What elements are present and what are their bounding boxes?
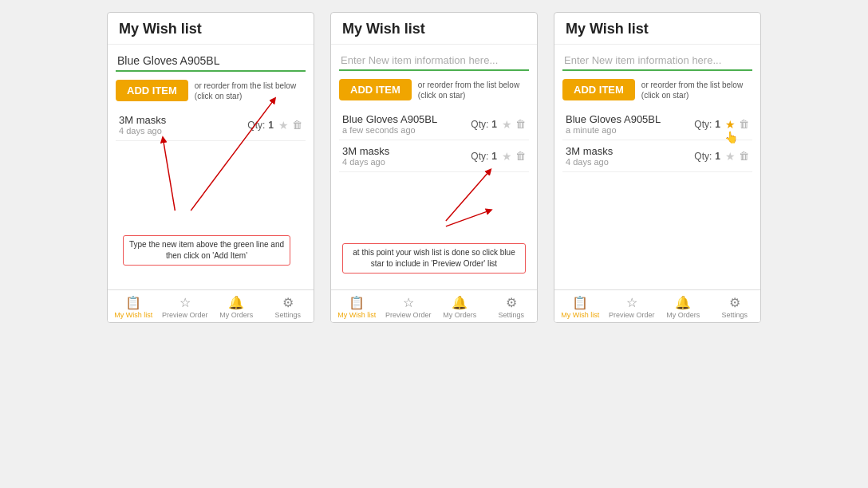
panel-2-body: ADD ITEM or reorder from the list below … (331, 45, 537, 289)
panel-2-reorder-text: or reorder from the list below (click on… (418, 80, 529, 100)
panel-2-add-row: ADD ITEM or reorder from the list below … (339, 79, 529, 100)
panel-2-footer-preview[interactable]: ☆ Preview Order (383, 293, 435, 321)
panel-2-item-0-star[interactable]: ★ (502, 118, 512, 131)
panel-3-title: My Wish list (566, 21, 749, 37)
panel-3-header: My Wish list (554, 13, 760, 45)
orders-icon-2: 🔔 (452, 295, 468, 310)
panel-3-footer-wishlist[interactable]: 📋 My Wish list (554, 293, 606, 321)
panel-2-footer-wishlist[interactable]: 📋 My Wish list (331, 293, 383, 321)
panel-2-item-1-qty-value: 1 (491, 151, 497, 162)
panel-3-item-0-time: a minute ago (566, 125, 694, 135)
panel-1-body: Blue Gloves A905BL ADD ITEM or reorder f… (108, 45, 314, 289)
panel-2-item-1-trash[interactable]: 🗑 (515, 150, 526, 162)
panel-3-add-button[interactable]: ADD ITEM (562, 79, 635, 100)
panel-1-item-0-star[interactable]: ★ (278, 119, 289, 132)
panel-1-footer: 📋 My Wish list ☆ Preview Order 🔔 My Orde… (108, 289, 314, 322)
panel-1-footer-wishlist[interactable]: 📋 My Wish list (108, 293, 160, 321)
panel-3-reorder-text: or reorder from the list below (click on… (641, 80, 752, 100)
svg-line-2 (446, 171, 490, 221)
panel-2-item-1-qty-label: Qty: (471, 151, 488, 162)
panel-1-reorder-text: or reorder from the list below (click on… (195, 81, 306, 101)
panel-2-item-1-time: 4 days ago (342, 157, 471, 167)
panel-1-title: My Wish list (119, 21, 302, 37)
panel-2-item-0-qty-label: Qty: (471, 119, 488, 130)
wishlist-icon: 📋 (125, 295, 141, 310)
panel-3-item-1-qty-value: 1 (715, 151, 720, 162)
settings-icon-3: ⚙ (729, 295, 740, 310)
panel-2-input[interactable] (339, 51, 529, 69)
wishlist-icon-2: 📋 (349, 295, 365, 310)
panel-2-header: My Wish list (331, 13, 537, 45)
panel-3-item-1: 3M masks 4 days ago Qty: 1 ★ 🗑 (562, 140, 752, 172)
panel-1-add-row: ADD ITEM or reorder from the list below … (116, 80, 306, 101)
panel-3-input-area (562, 51, 752, 71)
svg-line-3 (446, 211, 490, 226)
svg-line-1 (163, 140, 175, 211)
panel-2-footer-settings[interactable]: ⚙ Settings (486, 293, 538, 321)
panel-2-item-0-time: a few seconds ago (342, 125, 471, 135)
panel-1-item-0-name: 3M masks (119, 114, 247, 126)
panel-1-item-0-qty-value: 1 (268, 120, 274, 131)
panel-3-body: ADD ITEM or reorder from the list below … (554, 45, 760, 289)
panel-3-item-1-trash[interactable]: 🗑 (739, 150, 749, 162)
panel-1-item-0-trash[interactable]: 🗑 (292, 119, 302, 131)
panel-1-item-0: 3M masks 4 days ago Qty: 1 ★ 🗑 (116, 109, 306, 141)
panel-1-footer-settings[interactable]: ⚙ Settings (262, 293, 314, 321)
panel-2-item-0-trash[interactable]: 🗑 (515, 118, 526, 130)
panel-1-item-0-qty-label: Qty: (247, 120, 265, 131)
panel-3-footer: 📋 My Wish list ☆ Preview Order 🔔 My Orde… (554, 289, 760, 322)
panel-2-footer-orders[interactable]: 🔔 My Orders (434, 293, 486, 321)
panel-2: My Wish list ADD ITEM or reorder from th… (330, 12, 538, 323)
panel-3-item-0: Blue Gloves A905BL a minute ago Qty: 1 ★… (562, 108, 752, 140)
panel-1-input-filled[interactable]: Blue Gloves A905BL (116, 51, 306, 72)
panel-2-tooltip: at this point your wish list is done so … (342, 243, 526, 274)
wishlist-icon-3: 📋 (572, 295, 588, 310)
panel-2-item-1: 3M masks 4 days ago Qty: 1 ★ 🗑 (339, 140, 529, 172)
panel-2-item-0-name: Blue Gloves A905BL (342, 113, 471, 125)
panel-2-input-area (339, 51, 529, 71)
orders-icon-3: 🔔 (675, 295, 691, 310)
panel-3-item-0-qty-label: Qty: (694, 119, 712, 130)
panel-2-item-1-star[interactable]: ★ (502, 150, 512, 163)
panel-3-item-0-name: Blue Gloves A905BL (566, 113, 694, 125)
panel-2-footer: 📋 My Wish list ☆ Preview Order 🔔 My Orde… (331, 289, 537, 322)
panel-3-item-0-star[interactable]: ★ (725, 118, 736, 131)
settings-icon-2: ⚙ (506, 295, 517, 310)
panel-3-item-0-trash[interactable]: 🗑 (739, 118, 749, 130)
panel-2-item-1-name: 3M masks (342, 145, 471, 157)
panel-1-footer-orders[interactable]: 🔔 My Orders (211, 293, 262, 321)
preview-icon: ☆ (180, 295, 191, 310)
preview-icon-3: ☆ (626, 295, 637, 310)
orders-icon: 🔔 (228, 295, 244, 310)
panel-2-title: My Wish list (342, 21, 526, 37)
panel-1-tooltip: Type the new item above the green line a… (123, 235, 290, 266)
panel-3-item-1-name: 3M masks (566, 145, 694, 157)
panel-1: My Wish list Blue Gloves A905BL ADD ITEM… (107, 12, 314, 323)
panel-1-item-0-time: 4 days ago (119, 126, 247, 136)
preview-icon-2: ☆ (403, 295, 414, 310)
panel-3-item-1-star[interactable]: ★ (725, 150, 736, 163)
panel-3: My Wish list ADD ITEM or reorder from th… (554, 12, 761, 323)
panel-3-item-1-time: 4 days ago (566, 157, 694, 167)
panel-3-footer-preview[interactable]: ☆ Preview Order (606, 293, 658, 321)
panel-3-item-0-qty-value: 1 (715, 119, 720, 130)
panel-3-input[interactable] (562, 51, 752, 69)
panel-3-add-row: ADD ITEM or reorder from the list below … (562, 79, 752, 100)
panel-1-add-button[interactable]: ADD ITEM (116, 80, 188, 101)
panel-3-footer-settings[interactable]: ⚙ Settings (709, 293, 761, 321)
settings-icon: ⚙ (282, 295, 294, 310)
panel-2-add-button[interactable]: ADD ITEM (339, 79, 412, 100)
panel-2-item-0-qty-value: 1 (491, 119, 497, 130)
panel-1-header: My Wish list (108, 13, 314, 45)
panel-3-footer-orders[interactable]: 🔔 My Orders (657, 293, 709, 321)
panel-2-item-0: Blue Gloves A905BL a few seconds ago Qty… (339, 108, 529, 140)
panel-1-footer-preview[interactable]: ☆ Preview Order (160, 293, 211, 321)
panel-3-item-1-qty-label: Qty: (694, 151, 712, 162)
